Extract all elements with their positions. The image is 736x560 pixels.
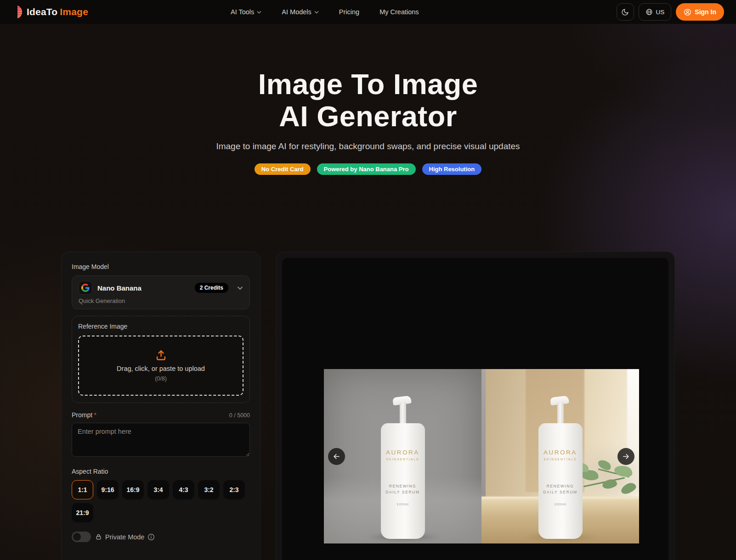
navbar-actions: US Sign In xyxy=(617,3,724,21)
locale-button[interactable]: US xyxy=(639,3,672,21)
page-title-line2: AI Generator xyxy=(279,100,457,132)
google-icon xyxy=(79,281,92,295)
arrow-left-icon xyxy=(333,453,340,460)
aspect-ratio-group: 1:1 9:16 16:9 3:4 4:3 3:2 2:3 21:9 xyxy=(72,480,250,522)
badge-no-credit-card: No Credit Card xyxy=(255,163,311,175)
nav-ai-models[interactable]: AI Models xyxy=(282,8,318,16)
next-arrow-button[interactable] xyxy=(617,448,634,465)
chevron-down-icon xyxy=(314,11,319,14)
chevron-down-icon xyxy=(237,286,243,290)
badge-high-resolution: High Resolution xyxy=(422,163,482,175)
required-asterisk: * xyxy=(94,411,96,419)
private-mode-row: Private Mode xyxy=(72,532,250,542)
nav-ai-tools[interactable]: AI Tools xyxy=(231,8,261,16)
nav-ai-models-label: AI Models xyxy=(282,8,311,16)
nav-my-creations-label: My Creations xyxy=(379,8,419,16)
moon-icon xyxy=(621,8,629,16)
nav-pricing[interactable]: Pricing xyxy=(339,8,359,16)
ratio-16-9[interactable]: 16:9 xyxy=(122,480,144,499)
product-line1: RENEWING xyxy=(547,484,574,488)
theme-toggle-button[interactable] xyxy=(617,3,634,21)
product-sub-brand: SKINSENTIALS xyxy=(544,458,577,461)
badge-row: No Credit Card Powered by Nano Banana Pr… xyxy=(0,163,736,175)
before-after-comparison: AURORA SKINSENTIALS RENEWING DAILY SERUM… xyxy=(324,369,639,543)
ratio-9-16[interactable]: 9:16 xyxy=(97,480,119,499)
lock-icon xyxy=(95,533,102,540)
locale-label: US xyxy=(656,9,665,16)
reference-image-section: Reference Image Drag, click, or paste to… xyxy=(72,316,250,403)
private-mode-toggle[interactable] xyxy=(72,532,91,542)
preview-panel: AURORA SKINSENTIALS RENEWING DAILY SERUM… xyxy=(276,252,675,560)
ratio-21-9[interactable]: 21:9 xyxy=(72,503,93,522)
upload-icon xyxy=(155,349,167,362)
globe-icon xyxy=(645,8,653,16)
main-nav: AI Tools AI Models Pricing My Creations xyxy=(231,8,474,16)
generator-settings-panel: Image Model Nano Banana 2 Credits Quick … xyxy=(61,252,260,560)
hero-section: Image To Image AI Generator Image to ima… xyxy=(0,24,736,175)
before-image: AURORA SKINSENTIALS RENEWING DAILY SERUM… xyxy=(324,369,481,543)
prompt-label: Prompt xyxy=(72,411,92,419)
prompt-input[interactable] xyxy=(72,423,250,457)
chevron-down-icon xyxy=(257,11,261,14)
preview-stage: AURORA SKINSENTIALS RENEWING DAILY SERUM… xyxy=(282,258,668,560)
nav-pricing-label: Pricing xyxy=(339,8,359,16)
ratio-4-3[interactable]: 4:3 xyxy=(173,480,194,499)
aspect-ratio-label: Aspect Ratio xyxy=(72,468,250,475)
product-line2: DAILY SERUM xyxy=(543,490,577,494)
after-image: AURORA SKINSENTIALS RENEWING DAILY SERUM… xyxy=(481,369,639,543)
ratio-3-4[interactable]: 3:4 xyxy=(147,480,169,499)
logo-icon xyxy=(12,5,23,19)
brand-name: IdeaToImage xyxy=(27,6,88,17)
page-title: Image To Image AI Generator xyxy=(0,68,736,132)
nav-ai-tools-label: AI Tools xyxy=(231,8,254,16)
model-selector[interactable]: Nano Banana 2 Credits Quick Generation xyxy=(72,275,250,309)
private-mode-label-group: Private Mode xyxy=(95,533,155,541)
product-size: 100ml xyxy=(554,502,566,506)
product-brand: AURORA xyxy=(544,449,577,456)
sign-in-button[interactable]: Sign In xyxy=(676,3,724,21)
nav-my-creations[interactable]: My Creations xyxy=(379,8,419,16)
model-subtitle: Quick Generation xyxy=(79,297,243,304)
sign-in-label: Sign In xyxy=(695,8,716,16)
arrow-right-icon xyxy=(622,453,630,460)
char-counter: 0 / 5000 xyxy=(229,412,250,419)
image-model-label: Image Model xyxy=(72,263,250,270)
info-icon[interactable] xyxy=(147,533,155,541)
ratio-1-1[interactable]: 1:1 xyxy=(72,480,93,499)
reference-image-label: Reference Image xyxy=(78,323,243,330)
previous-arrow-button[interactable] xyxy=(328,448,345,465)
product-line1: RENEWING xyxy=(389,484,417,488)
page-subtitle: Image to image AI for restyling, backgro… xyxy=(0,141,736,151)
product-brand: AURORA xyxy=(386,449,419,456)
product-size: 100ml xyxy=(396,502,409,506)
top-navbar: IdeaToImage AI Tools AI Models Pricing M… xyxy=(0,0,736,24)
ratio-2-3[interactable]: 2:3 xyxy=(223,480,245,499)
product-bottle: AURORA SKINSENTIALS RENEWING DAILY SERUM… xyxy=(381,397,425,540)
ratio-3-2[interactable]: 3:2 xyxy=(198,480,220,499)
page-title-line1: Image To Image xyxy=(258,68,478,100)
upload-instruction: Drag, click, or paste to upload xyxy=(117,365,205,372)
credits-badge: 2 Credits xyxy=(195,283,228,293)
logo[interactable]: IdeaToImage xyxy=(12,5,88,19)
user-icon xyxy=(684,8,691,16)
prompt-header: Prompt * 0 / 5000 xyxy=(72,411,250,419)
private-mode-label: Private Mode xyxy=(105,533,144,541)
product-bottle: AURORA SKINSENTIALS RENEWING DAILY SERUM… xyxy=(538,397,583,540)
upload-count: (0/8) xyxy=(155,375,167,382)
upload-dropzone[interactable]: Drag, click, or paste to upload (0/8) xyxy=(78,336,243,396)
product-line2: DAILY SERUM xyxy=(385,490,419,494)
badge-powered-by: Powered by Nano Banana Pro xyxy=(317,163,416,175)
product-sub-brand: SKINSENTIALS xyxy=(386,458,419,461)
model-name: Nano Banana xyxy=(97,284,142,292)
